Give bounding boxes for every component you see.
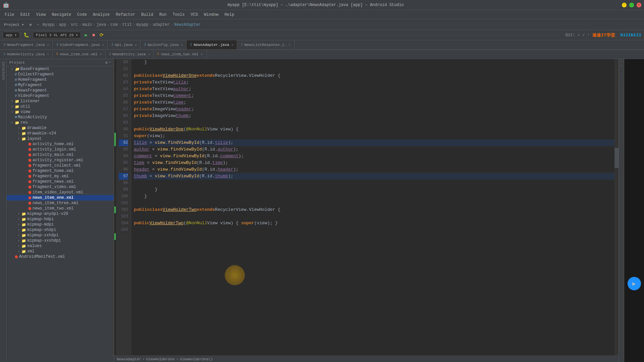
sidebar-item-fragmenthomexml[interactable]: 🔴fragment_home.xml	[7, 168, 114, 174]
sidebar-item-activitymainxml[interactable]: 🔴activity_main.xml	[7, 152, 114, 158]
sidebar-item-newsfragment[interactable]: NNewsFragment	[7, 88, 114, 93]
code-line[interactable]: thumb = view.findViewById(R.id.thumb);	[134, 173, 619, 180]
breadcrumb-newsadapter[interactable]: NewsAdapter	[174, 22, 201, 27]
menu-item-run[interactable]: Run	[157, 12, 169, 18]
editor-scroll[interactable]: 8081828384858687888990919293949596979899…	[114, 59, 619, 355]
breadcrumb-main[interactable]: main	[83, 22, 92, 27]
tab-newsitemone[interactable]: X news_item_one.xml ✕	[53, 50, 105, 59]
tab-close-icon[interactable]: ✕	[148, 52, 150, 56]
bili-play-button[interactable]: ▶	[628, 277, 641, 290]
sidebar-item-activityregisterxml[interactable]: 🔴activity_register.xml	[7, 158, 114, 163]
sidebar-item-videofragment[interactable]: VVideoFragment	[7, 93, 114, 99]
breadcrumb-myapp[interactable]: myapp	[43, 22, 55, 27]
sidebar-item-layout[interactable]: ▾📁layout	[7, 136, 114, 141]
tab-homeactivity[interactable]: J HomeActivity.java ✕	[0, 50, 53, 59]
menu-item-navigate[interactable]: Navigate	[49, 12, 74, 18]
sidebar-item-collectfragment[interactable]: CCollectFragment	[7, 72, 114, 77]
menu-item-edit[interactable]: Edit	[18, 12, 33, 18]
tab-close-icon[interactable]: ✕	[135, 43, 137, 47]
code-line[interactable]	[134, 227, 619, 233]
code-line[interactable]	[134, 213, 619, 220]
code-line[interactable]	[134, 119, 619, 126]
sidebar-item-drawable[interactable]: ▾📁drawable	[7, 125, 114, 131]
sidebar-item-view[interactable]: ▾📁view	[7, 109, 114, 115]
maximize-button[interactable]: □	[629, 3, 634, 7]
debug-icon[interactable]: 🐛	[22, 32, 30, 39]
tab-newsitemtwo[interactable]: X news_item_two.xml ✕	[154, 50, 207, 59]
breadcrumb-app[interactable]: app	[59, 22, 66, 27]
sidebar-item-xml[interactable]: ▾📁xml	[7, 249, 114, 254]
breadcrumb-src[interactable]: src	[71, 22, 78, 27]
code-line[interactable]: private ImageView header;	[134, 106, 619, 113]
breadcrumb-myapp2[interactable]: myapp	[136, 22, 148, 27]
run-config-dropdown[interactable]: app ▾	[3, 32, 20, 38]
sidebar-item-myfragment[interactable]: MMyFragment	[7, 82, 114, 88]
code-line[interactable]	[134, 180, 619, 186]
sidebar-item-fragmentmyxml[interactable]: 🔴fragment_my.xml	[7, 174, 114, 179]
sidebar-item-androidmanifestxml[interactable]: 🔴AndroidManifest.xml	[7, 254, 114, 259]
tab-close-icon[interactable]: ✕	[100, 52, 102, 56]
code-line[interactable]: public class ViewHolderOne extends Recyc…	[134, 72, 619, 79]
sidebar-item-newsitemtwoxml[interactable]: 🔴news_item_two.xml	[7, 206, 114, 211]
sidebar-minus-icon[interactable]: −	[109, 60, 111, 65]
tab-newslistresponse[interactable]: J NewsListResponse.j… ✕	[237, 40, 294, 49]
scroll-indicator[interactable]	[614, 59, 619, 355]
tab-newsadapter[interactable]: J NewsAdapter.java ✕	[186, 40, 237, 49]
sidebar-item-mipmapmdpi[interactable]: ▾📁mipmap-mdpi	[7, 222, 114, 227]
code-line[interactable]: public class ViewHolderTwo extends Recyc…	[134, 206, 619, 213]
code-line[interactable]: author = view.findViewById(R.id.author);	[134, 146, 619, 153]
sidebar-item-activityloginxml[interactable]: 🔴activity_login.xml	[7, 147, 114, 152]
device-dropdown[interactable]: Pixel 3 XL API 29 ▾	[33, 32, 81, 38]
tab-newsfragment[interactable]: J NewsFragment.java ✕	[0, 40, 53, 49]
breadcrumb-ttit[interactable]: ttit	[122, 22, 132, 27]
scroll-thumb[interactable]	[614, 148, 619, 168]
sidebar-item-mipmapxhdpi[interactable]: ▾📁mipmap-xhdpi	[7, 227, 114, 233]
tab-close-icon[interactable]: ✕	[181, 43, 183, 47]
code-line[interactable]: }	[134, 59, 619, 66]
code-line[interactable]: super(view);	[134, 133, 619, 139]
tab-close-icon[interactable]: ✕	[102, 43, 104, 47]
sidebar-item-mipmapxxhdpi[interactable]: ▾📁mipmap-xxhdpi	[7, 233, 114, 238]
code-line[interactable]: title = view.findViewById(R.id.title);	[134, 139, 619, 146]
tab-close-icon[interactable]: ✕	[289, 43, 291, 47]
sidebar-item-mipmapxxxhdpi[interactable]: ▾📁mipmap-xxxhdpi	[7, 238, 114, 243]
menu-item-code[interactable]: Code	[74, 12, 90, 18]
sidebar-gear-icon[interactable]: ⚙	[105, 60, 108, 65]
menu-item-tools[interactable]: Tools	[170, 12, 187, 18]
close-button[interactable]: ✕	[637, 3, 641, 7]
sidebar-item-fragmentvideoxml[interactable]: 🔴fragment_video.xml	[7, 184, 114, 190]
code-line[interactable]	[134, 200, 619, 206]
code-line[interactable]	[134, 66, 619, 72]
menu-item-refactor[interactable]: Refactor	[113, 12, 138, 18]
menu-item-vcs[interactable]: VCS	[188, 12, 201, 18]
sidebar-item-fragmentcollectxml[interactable]: 🔴fragment_collect.xml	[7, 163, 114, 168]
menu-item-help[interactable]: Help	[222, 12, 237, 18]
code-line[interactable]: private TextView comment;	[134, 93, 619, 99]
run-button[interactable]: ▶	[84, 32, 88, 39]
code-line[interactable]: comment = view.findViewById(R.id.comment…	[134, 153, 619, 160]
menu-item-build[interactable]: Build	[139, 12, 156, 18]
sidebar-item-util[interactable]: ▾📁util	[7, 104, 114, 109]
tab-close-icon[interactable]: ✕	[231, 43, 233, 47]
structure-tab[interactable]: Structure	[1, 60, 6, 81]
code-line[interactable]: private ImageView thumb;	[134, 113, 619, 119]
project-button[interactable]: Project ▾	[2, 22, 26, 27]
breadcrumb-java[interactable]: java	[97, 22, 106, 27]
breadcrumb-viewholderone-method[interactable]: ViewHolderOne()	[180, 357, 213, 361]
code-line[interactable]: }	[134, 186, 619, 193]
sidebar-item-values[interactable]: ▾📁values	[7, 243, 114, 249]
breadcrumb-com[interactable]: com	[111, 22, 118, 27]
menu-item-view[interactable]: View	[34, 12, 49, 18]
tab-newsentity[interactable]: J NewsEntity.java ✕	[106, 50, 154, 59]
sidebar-item-newsitemonexml[interactable]: 🔴news_item_one.xml	[7, 195, 114, 200]
tab-close-icon[interactable]: ✕	[47, 43, 49, 47]
code-line[interactable]: private TextView title;	[134, 79, 619, 86]
breadcrumb-newsadapter[interactable]: NewsAdapter	[117, 357, 141, 361]
code-line[interactable]: public ViewHolderTwo(@NonNull View view)…	[134, 220, 619, 227]
tab-videofragment[interactable]: J VideoFragment.java ✕	[53, 40, 108, 49]
breadcrumb-viewholderone[interactable]: ViewHolderOne	[146, 357, 175, 361]
tab-apiconfig[interactable]: J ApiConfig.java ✕	[141, 40, 186, 49]
sidebar-item-activityhomexml[interactable]: 🔴activity_home.xml	[7, 141, 114, 147]
code-line[interactable]: private TextView time;	[134, 99, 619, 106]
menu-item-file[interactable]: File	[2, 12, 17, 18]
